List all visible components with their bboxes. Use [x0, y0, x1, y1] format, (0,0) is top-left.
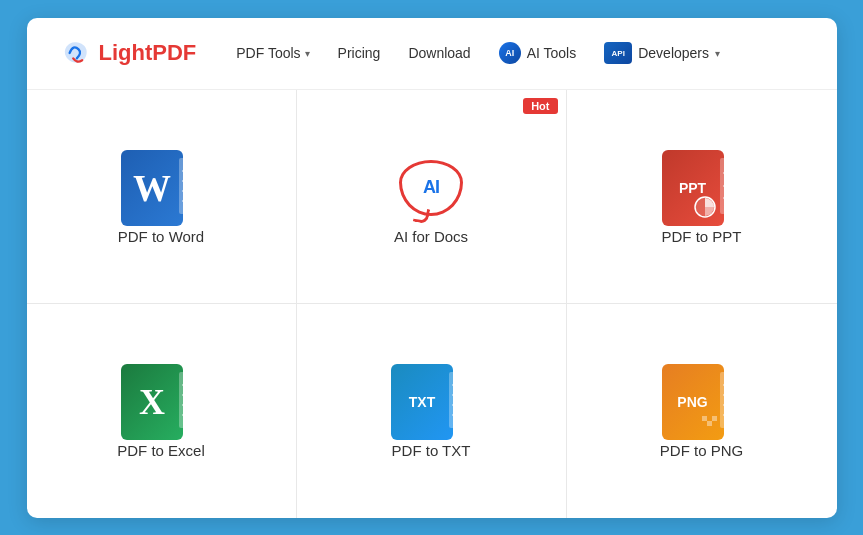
svg-rect-4 — [702, 421, 707, 426]
api-badge: API — [604, 42, 632, 64]
tool-label-pdf-to-word: PDF to Word — [118, 228, 204, 245]
svg-rect-6 — [712, 421, 717, 426]
navigation: PDF Tools ▾ Pricing Download AI AI Tools… — [236, 42, 806, 64]
nav-ai-tools[interactable]: AI AI Tools — [499, 42, 577, 64]
tool-card-pdf-to-png[interactable]: PDF to PNG — [567, 304, 837, 518]
tool-card-pdf-to-word[interactable]: PDF to Word — [27, 90, 297, 304]
tool-label-pdf-to-ppt: PDF to PPT — [661, 228, 741, 245]
chevron-down-icon: ▾ — [715, 48, 720, 59]
png-icon — [662, 362, 742, 442]
tools-grid: PDF to Word Hot AI AI for Docs — [27, 90, 837, 518]
chevron-down-icon: ▾ — [305, 48, 310, 59]
tool-label-ai-for-docs: AI for Docs — [394, 228, 468, 245]
svg-rect-1 — [702, 416, 707, 421]
tool-card-pdf-to-txt[interactable]: PDF to TXT — [297, 304, 567, 518]
nav-download[interactable]: Download — [408, 45, 470, 61]
ai-badge: AI — [499, 42, 521, 64]
tool-card-ai-for-docs[interactable]: Hot AI AI for Docs — [297, 90, 567, 304]
word-icon — [121, 148, 201, 228]
nav-developers[interactable]: API Developers ▾ — [604, 42, 720, 64]
excel-icon — [121, 362, 201, 442]
tool-card-pdf-to-excel[interactable]: PDF to Excel — [27, 304, 297, 518]
main-window: LightPDF PDF Tools ▾ Pricing Download AI… — [27, 18, 837, 518]
tool-label-pdf-to-txt: PDF to TXT — [392, 442, 471, 459]
svg-rect-5 — [707, 421, 712, 426]
ai-icon: AI — [391, 148, 471, 228]
header: LightPDF PDF Tools ▾ Pricing Download AI… — [27, 18, 837, 90]
logo-text: LightPDF — [99, 40, 197, 66]
ppt-icon — [662, 148, 742, 228]
nav-pdf-tools[interactable]: PDF Tools ▾ — [236, 45, 309, 61]
tool-label-pdf-to-excel: PDF to Excel — [117, 442, 205, 459]
logo[interactable]: LightPDF — [57, 35, 197, 71]
nav-pricing[interactable]: Pricing — [338, 45, 381, 61]
tool-card-pdf-to-ppt[interactable]: PDF to PPT — [567, 90, 837, 304]
txt-icon — [391, 362, 471, 442]
tool-label-pdf-to-png: PDF to PNG — [660, 442, 743, 459]
hot-badge: Hot — [523, 98, 557, 114]
svg-rect-3 — [712, 416, 717, 421]
svg-rect-2 — [707, 416, 712, 421]
